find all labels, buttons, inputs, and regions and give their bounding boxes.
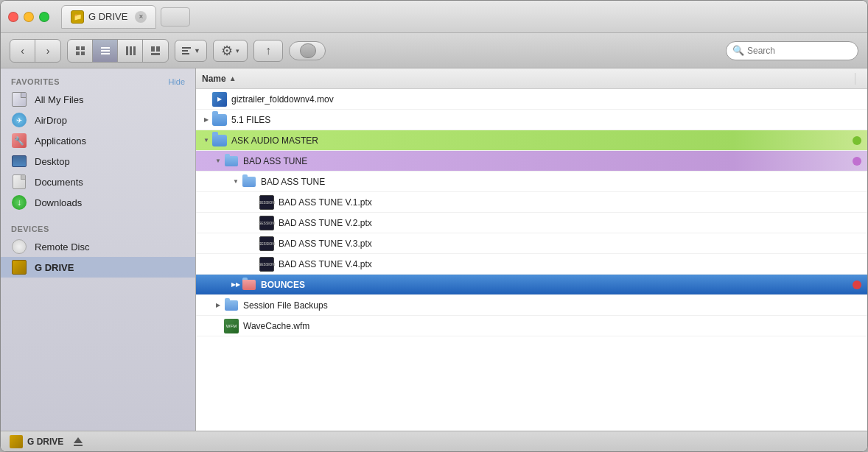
file-name: BAD ASS TUNE V.3.ptx [279,239,861,249]
file-name: BAD ASS TUNE V.2.ptx [279,218,861,228]
svg-rect-0 [76,46,80,50]
back-button[interactable]: ‹ [10,40,35,62]
file-name: BAD ASS TUNE [261,177,861,187]
favorites-section-header: FAVORITES Hide [1,71,195,89]
file-icon-movie: ▶ [212,92,227,107]
window-tab[interactable]: 📁 G DRIVE × [61,5,156,29]
column-view-button[interactable] [118,40,143,62]
file-icon-folder [212,133,227,148]
table-row[interactable]: SESSION BAD ASS TUNE V.3.ptx [196,233,867,254]
list-view-button[interactable] [93,40,118,62]
disclosure-collapsed[interactable] [202,116,211,124]
svg-rect-12 [151,53,160,55]
name-column-label: Name [202,74,226,84]
forward-button[interactable]: › [35,40,60,62]
svg-rect-15 [182,53,189,54]
close-button[interactable] [8,12,18,22]
folder-icon-small [242,177,256,187]
icon-view-button[interactable] [68,40,93,62]
eject-bar-icon [74,445,83,446]
folder-icon-small [225,156,238,166]
sidebar: FAVORITES Hide All My Files ✈ AirDrop 🔧 [1,68,196,431]
svg-rect-11 [156,46,160,52]
disclosure-expanded[interactable] [202,136,211,145]
disclosure-expanded[interactable] [231,177,240,186]
svg-rect-1 [81,46,85,50]
arrange-dropdown[interactable]: ▼ [175,40,207,62]
name-column-header[interactable]: Name ▲ [202,74,855,84]
svg-rect-4 [101,47,110,49]
file-name: BAD ASS TUNE V.1.ptx [279,197,861,208]
disclosure-collapsed[interactable] [214,301,223,310]
sidebar-item-all-my-files[interactable]: All My Files [1,89,195,110]
downloads-icon: ↓ [11,194,27,211]
devices-label: DEVICES [11,225,49,233]
maximize-button[interactable] [39,12,49,22]
cover-flow-button[interactable] [143,40,168,62]
table-row[interactable]: Session File Backups [196,295,867,316]
tab-close-button[interactable]: × [135,11,147,23]
sidebar-item-documents[interactable]: Documents [1,172,195,192]
file-icon-folder [242,278,256,292]
gdrive-name: G DRIVE [27,437,63,447]
favorites-hide-button[interactable]: Hide [168,77,185,86]
sidebar-item-remote-disc[interactable]: Remote Disc [1,236,195,257]
devices-section-header: DEVICES [1,219,195,236]
sidebar-applications-label: Applications [35,135,86,146]
column-divider [855,73,855,85]
finder-window: 📁 G DRIVE × ‹ › [0,0,868,452]
color-dot-purple [853,157,861,166]
table-row[interactable]: ▶ giztrailer_folddownv4.mov [196,89,867,110]
toggle-button[interactable] [289,41,326,60]
sidebar-item-airdrop[interactable]: ✈ AirDrop [1,110,195,130]
view-buttons [67,39,169,63]
svg-rect-9 [133,46,136,55]
disclosure-expanded[interactable] [214,157,223,166]
sidebar-documents-label: Documents [35,177,83,188]
chevron-icon: ▾ [236,47,239,54]
table-row[interactable]: WFM WaveCache.wfm [196,316,867,336]
sort-arrow: ▲ [229,74,237,82]
table-row[interactable]: 5.1 FILES [196,110,867,130]
search-box[interactable]: 🔍 [726,41,858,60]
sidebar-item-applications[interactable]: 🔧 Applications [1,130,195,151]
sidebar-item-downloads[interactable]: ↓ Downloads [1,192,195,213]
table-row[interactable]: SESSION BAD ASS TUNE V.2.ptx [196,213,867,233]
table-row[interactable]: ▶ BOUNCES [196,275,867,295]
eject-button[interactable] [71,436,85,448]
share-button[interactable]: ↑ [253,40,283,62]
toolbar: ‹ › [1,33,867,68]
favorites-label: FAVORITES [11,77,60,86]
sidebar-all-my-files-label: All My Files [35,94,83,105]
applications-icon: 🔧 [11,133,27,149]
search-input[interactable] [747,46,850,56]
file-icon-folder [242,174,256,189]
sidebar-item-gdrive[interactable]: G DRIVE [1,257,195,278]
folder-icon [212,114,227,126]
folder-icon-small [242,280,256,290]
share-icon: ↑ [265,44,271,57]
svg-rect-7 [126,46,128,55]
movie-icon: ▶ [212,92,227,107]
documents-icon [11,174,27,190]
table-row[interactable]: ASK AUDIO MASTER [196,130,867,151]
table-row[interactable]: SESSION BAD ASS TUNE V.1.ptx [196,192,867,213]
sidebar-downloads-label: Downloads [35,197,82,208]
titlebar: 📁 G DRIVE × [1,1,867,33]
table-row[interactable]: BAD ASS TUNE [196,172,867,192]
table-row[interactable]: SESSION BAD ASS TUNE V.4.ptx [196,254,867,275]
sidebar-item-desktop[interactable]: Desktop [1,151,195,172]
table-row[interactable]: BAD ASS TUNE [196,151,867,172]
minimize-button[interactable] [24,12,34,22]
file-name: 5.1 FILES [231,115,861,125]
session-icon: SESSION [259,257,274,272]
session-icon: SESSION [259,216,274,230]
gdrive-bottom-icon [10,435,23,448]
gdrive-bottom-label: G DRIVE [10,435,85,448]
session-icon: SESSION [259,195,274,210]
new-tab-button[interactable] [161,7,190,27]
disclosure-collapsed[interactable]: ▶ [231,280,240,289]
sidebar-remote-disc-label: Remote Disc [35,241,89,253]
sidebar-airdrop-label: AirDrop [35,115,67,126]
action-button[interactable]: ⚙ ▾ [213,40,248,62]
